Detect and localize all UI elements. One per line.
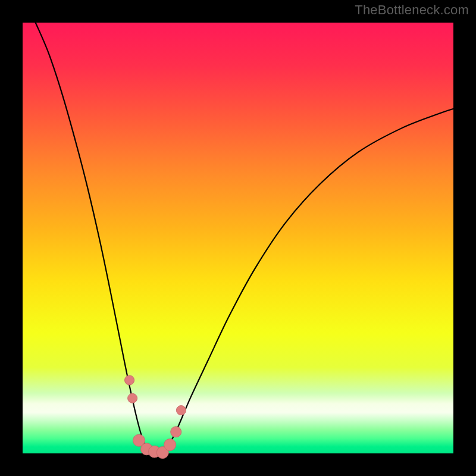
- dot-left-upper: [125, 375, 134, 385]
- data-points: [125, 375, 186, 459]
- right-curve: [162, 109, 453, 453]
- dot-left-lower: [128, 393, 137, 403]
- left-curve: [36, 23, 152, 453]
- dot-right-upper: [176, 406, 186, 415]
- watermark-text: TheBottleneck.com: [355, 2, 469, 18]
- dot-bottom-5: [164, 439, 176, 451]
- curves-layer: [23, 23, 453, 453]
- dot-bottom-6: [171, 427, 181, 437]
- chart-frame: TheBottleneck.com: [0, 0, 476, 476]
- plot-area: [23, 23, 453, 453]
